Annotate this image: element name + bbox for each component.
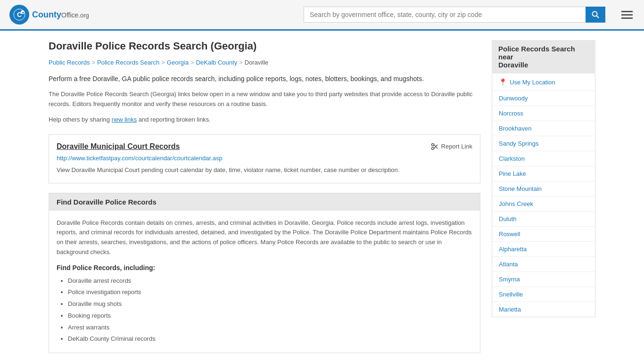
share-after: and reporting broken links. bbox=[137, 116, 211, 123]
sidebar-links: DunwoodyNorcrossBrookhavenSandy SpringsC… bbox=[492, 91, 595, 317]
svg-point-4 bbox=[593, 12, 597, 16]
sidebar-nearby-link[interactable]: Pine Lake bbox=[492, 166, 595, 181]
breadcrumb-sep-4: > bbox=[239, 59, 243, 66]
logo-office: Office bbox=[61, 11, 78, 19]
report-link-label: Report Link bbox=[441, 143, 472, 150]
use-my-location-label: Use My Location bbox=[510, 79, 555, 86]
menu-bar-2 bbox=[621, 14, 633, 16]
breadcrumb-police-records-search[interactable]: Police Records Search bbox=[97, 59, 159, 66]
menu-button[interactable] bbox=[619, 9, 635, 21]
breadcrumb-georgia[interactable]: Georgia bbox=[167, 59, 189, 66]
record-list-item: Booking reports bbox=[68, 310, 472, 322]
breadcrumb: Public Records > Police Records Search >… bbox=[49, 59, 480, 66]
sidebar-content: 📍 Use My Location DunwoodyNorcrossBrookh… bbox=[492, 74, 595, 317]
scissors-icon bbox=[431, 143, 438, 150]
search-button[interactable] bbox=[586, 7, 605, 23]
use-my-location-link[interactable]: 📍 Use My Location bbox=[492, 74, 595, 91]
sidebar-nearby-link[interactable]: Sandy Springs bbox=[492, 136, 595, 151]
site-logo[interactable]: C ★ CountyOffice.org bbox=[9, 5, 89, 25]
breadcrumb-sep-3: > bbox=[190, 59, 194, 66]
sidebar-nearby-link[interactable]: Stone Mountain bbox=[492, 181, 595, 197]
sidebar-nearby-link[interactable]: Atlanta bbox=[492, 257, 595, 272]
record-card: Doraville Municipal Court Records Report… bbox=[49, 134, 480, 183]
search-input[interactable] bbox=[304, 7, 586, 23]
sidebar: Police Records Search near Doraville 📍 U… bbox=[492, 40, 595, 361]
sidebar-title-line1: Police Records Search near bbox=[498, 45, 575, 61]
find-records-header: Find Doraville Police Records bbox=[49, 193, 480, 211]
sidebar-nearby-link[interactable]: Alpharetta bbox=[492, 242, 595, 257]
sidebar-nearby-link[interactable]: Duluth bbox=[492, 212, 595, 227]
main-wrapper: Doraville Police Records Search (Georgia… bbox=[39, 31, 605, 362]
svg-line-5 bbox=[597, 16, 599, 18]
content-area: Doraville Police Records Search (Georgia… bbox=[49, 40, 480, 361]
record-title-link[interactable]: Doraville Municipal Court Records bbox=[57, 142, 180, 151]
record-list-item: Doraville arrest records bbox=[68, 275, 472, 287]
svg-point-7 bbox=[431, 147, 434, 149]
sidebar-nearby-link[interactable]: Dunwoody bbox=[492, 91, 595, 106]
sidebar-title: Police Records Search near Doraville bbox=[492, 40, 595, 74]
record-list-item: Arrest warrants bbox=[68, 322, 472, 334]
sidebar-nearby-link[interactable]: Brookhaven bbox=[492, 121, 595, 136]
logo-county: County bbox=[32, 10, 61, 19]
logo-org: .org bbox=[78, 12, 89, 19]
find-records-heading: Find Doraville Police Records bbox=[57, 198, 157, 206]
page-title: Doraville Police Records Search (Georgia… bbox=[49, 40, 480, 52]
breadcrumb-doraville: Doraville bbox=[245, 59, 269, 66]
record-list-item: DeKalb County Criminal records bbox=[68, 333, 472, 345]
record-title-row: Doraville Municipal Court Records Report… bbox=[57, 142, 472, 151]
records-list: Doraville arrest recordsPolice investiga… bbox=[57, 275, 472, 345]
sidebar-nearby-link[interactable]: Roswell bbox=[492, 227, 595, 242]
record-desc: View Doraville Municipal Court pending c… bbox=[57, 165, 472, 175]
menu-bar-3 bbox=[621, 17, 633, 19]
breadcrumb-dekalb-county[interactable]: DeKalb County bbox=[196, 59, 237, 66]
breadcrumb-public-records[interactable]: Public Records bbox=[49, 59, 90, 66]
page-header: C ★ CountyOffice.org bbox=[0, 0, 644, 31]
menu-bar-1 bbox=[621, 11, 633, 12]
share-before: Help others by sharing bbox=[49, 116, 112, 123]
sidebar-nearby-link[interactable]: Smyrna bbox=[492, 272, 595, 287]
logo-icon: C ★ bbox=[9, 5, 29, 25]
find-records-desc: Doraville Police Records contain details… bbox=[57, 218, 472, 257]
search-icon bbox=[592, 11, 599, 18]
sidebar-nearby-link[interactable]: Snellville bbox=[492, 287, 595, 302]
record-url[interactable]: http://www.ticketfastpay.com/courtcalend… bbox=[57, 155, 472, 162]
location-pin-icon: 📍 bbox=[499, 78, 507, 86]
report-link-button[interactable]: Report Link bbox=[431, 143, 472, 150]
share-text: Help others by sharing new links and rep… bbox=[49, 115, 480, 125]
intro-text: Perform a free Doraville, GA public poli… bbox=[49, 74, 480, 84]
record-list-item: Doraville mug shots bbox=[68, 298, 472, 310]
svg-point-6 bbox=[431, 143, 434, 146]
find-records-section: Find Doraville Police Records Doraville … bbox=[49, 193, 480, 353]
sidebar-nearby-link[interactable]: Johns Creek bbox=[492, 197, 595, 212]
new-links-link[interactable]: new links bbox=[112, 116, 137, 123]
sidebar-title-line2: Doraville bbox=[498, 61, 528, 69]
search-area bbox=[304, 7, 605, 23]
record-list-item: Police investigation reports bbox=[68, 287, 472, 298]
sidebar-nearby-link[interactable]: Norcross bbox=[492, 106, 595, 121]
find-records-body: Doraville Police Records contain details… bbox=[49, 211, 480, 353]
sidebar-nearby-link[interactable]: Clarkston bbox=[492, 151, 595, 166]
third-party-text: The Doraville Police Records Search (Geo… bbox=[49, 90, 480, 109]
logo-text: CountyOffice.org bbox=[32, 10, 89, 20]
find-records-subheading: Find Police Records, including: bbox=[57, 264, 472, 272]
breadcrumb-sep-2: > bbox=[161, 59, 165, 66]
breadcrumb-sep-1: > bbox=[91, 59, 95, 66]
sidebar-nearby-link[interactable]: Marietta bbox=[492, 302, 595, 317]
